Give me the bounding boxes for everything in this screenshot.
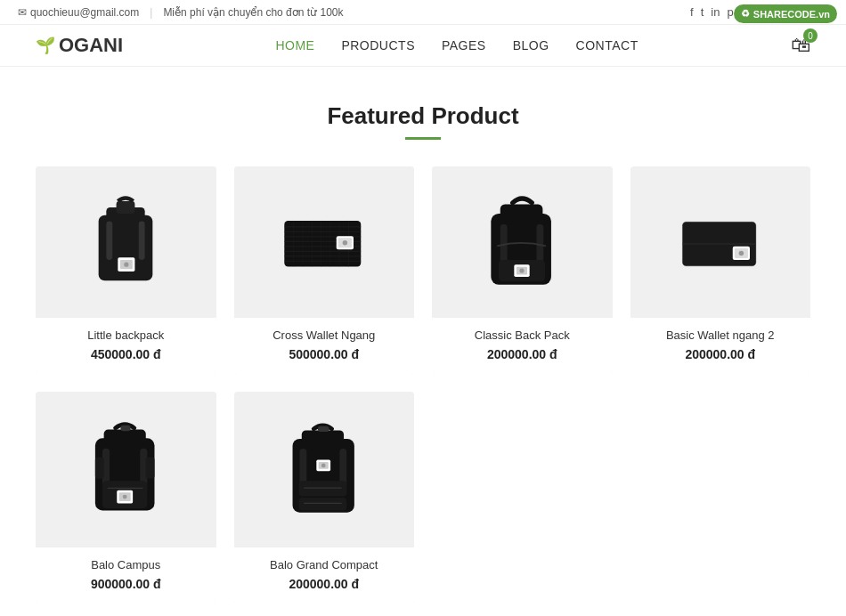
sharecode-logo: ♻ SHARECODE.vn: [734, 4, 837, 23]
svg-point-51: [123, 494, 127, 498]
product-name-1: Cross Wallet Ngang: [243, 328, 406, 342]
product-info-2: Classic Back Pack 200000.00 đ: [432, 318, 613, 374]
empty-slot-1: [432, 392, 613, 604]
copyright: Copyright © ShareCode.vn: [36, 604, 810, 616]
product-info-0: Little backpack 450000.00 đ: [36, 318, 216, 374]
product-image-1: [234, 166, 415, 318]
linkedin-icon[interactable]: in: [711, 5, 720, 19]
svg-rect-57: [298, 481, 346, 496]
social-links[interactable]: f t in p: [690, 5, 734, 19]
svg-rect-45: [95, 457, 104, 478]
topbar-left: ✉ quochieuu@gmail.com | Miễn phí vận chu…: [18, 6, 343, 19]
product-info-1: Cross Wallet Ngang 500000.00 đ: [234, 318, 415, 374]
cart-button[interactable]: 🛍 0: [791, 34, 810, 57]
svg-rect-42: [104, 429, 146, 443]
cart-badge: 0: [803, 28, 818, 43]
logo[interactable]: 🌱 OGANI: [36, 34, 123, 57]
product-image-4: [36, 392, 216, 547]
nav-contact[interactable]: CONTACT: [576, 38, 639, 53]
twitter-icon[interactable]: t: [701, 5, 704, 19]
product-price-1: 500000.00 đ: [243, 347, 406, 361]
product-price-0: 450000.00 đ: [45, 347, 207, 361]
svg-rect-28: [500, 205, 543, 222]
nav-blog[interactable]: BLOG: [513, 38, 549, 53]
balo-grand-svg: [275, 412, 373, 528]
product-name-0: Little backpack: [45, 328, 207, 342]
product-price-5: 200000.00 đ: [243, 577, 406, 591]
email-info: ✉ quochieuu@gmail.com: [18, 6, 139, 19]
main-content: Featured Product: [0, 67, 846, 616]
facebook-icon[interactable]: f: [690, 5, 694, 19]
header: 🌱 OGANI HOME PRODUCTS PAGES BLOG CONTACT…: [0, 25, 846, 67]
product-grid-row2: Balo Campus 900000.00 đ: [36, 392, 810, 604]
nav-pages[interactable]: PAGES: [442, 38, 486, 53]
sharecode-icon: ♻: [741, 8, 750, 20]
product-image-0: [36, 166, 216, 318]
svg-point-63: [321, 463, 326, 467]
product-info-5: Balo Grand Compact 200000.00 đ: [234, 547, 415, 604]
title-underline: [405, 137, 441, 140]
product-name-3: Basic Wallet ngang 2: [639, 328, 802, 342]
balo-campus-svg: [77, 412, 175, 528]
svg-point-40: [738, 251, 744, 256]
wallet2-svg: [671, 184, 769, 300]
product-info-4: Balo Campus 900000.00 đ: [36, 547, 216, 604]
svg-rect-54: [302, 430, 344, 444]
product-image-3: [630, 166, 811, 318]
pinterest-icon[interactable]: p: [727, 5, 733, 19]
product-card-0[interactable]: Little backpack 450000.00 đ: [36, 166, 216, 374]
svg-point-26: [342, 240, 347, 246]
nav-home[interactable]: HOME: [275, 38, 314, 53]
email-icon: ✉: [18, 6, 27, 19]
logo-text: OGANI: [59, 34, 123, 57]
nav-products[interactable]: PRODUCTS: [341, 38, 415, 53]
svg-rect-2: [117, 201, 135, 214]
product-card-5[interactable]: Balo Grand Compact 200000.00 đ: [234, 392, 415, 604]
wallet-svg: [275, 184, 373, 300]
product-info-3: Basic Wallet ngang 2 200000.00 đ: [630, 318, 811, 374]
backpack-small-svg: [77, 184, 175, 300]
svg-point-7: [125, 263, 129, 267]
product-price-3: 200000.00 đ: [639, 347, 802, 361]
product-name-2: Classic Back Pack: [441, 328, 604, 342]
sharecode-text: SHARECODE.vn: [753, 9, 830, 20]
divider: |: [150, 6, 152, 19]
svg-rect-58: [298, 498, 346, 510]
product-grid-row1: Little backpack 450000.00 đ: [36, 166, 810, 374]
main-nav: HOME PRODUCTS PAGES BLOG CONTACT: [275, 38, 638, 53]
product-image-2: [432, 166, 613, 318]
svg-rect-52: [121, 425, 131, 431]
product-name-4: Balo Campus: [45, 558, 207, 571]
product-image-5: [234, 392, 415, 547]
topbar-email: quochieuu@gmail.com: [30, 6, 139, 19]
svg-rect-3: [107, 222, 113, 260]
svg-rect-4: [139, 222, 145, 260]
product-card-2[interactable]: Classic Back Pack 200000.00 đ: [432, 166, 613, 374]
backpack-classic-svg: [473, 184, 571, 300]
empty-slot-2: [630, 392, 811, 604]
svg-point-34: [520, 268, 525, 272]
section-title: Featured Product: [36, 102, 810, 130]
topbar: ✉ quochieuu@gmail.com | Miễn phí vận chu…: [0, 0, 846, 25]
product-card-1[interactable]: Cross Wallet Ngang 500000.00 đ: [234, 166, 415, 374]
logo-leaf-icon: 🌱: [36, 36, 55, 55]
product-price-2: 200000.00 đ: [441, 347, 604, 361]
svg-rect-64: [318, 426, 329, 431]
shipping-info: Miễn phí vận chuyển cho đơn từ 100k: [163, 6, 343, 19]
svg-rect-46: [146, 457, 155, 478]
product-card-3[interactable]: Basic Wallet ngang 2 200000.00 đ: [630, 166, 811, 374]
product-card-4[interactable]: Balo Campus 900000.00 đ: [36, 392, 216, 604]
product-price-4: 900000.00 đ: [45, 577, 207, 591]
header-icons: 🛍 0: [791, 34, 810, 57]
product-name-5: Balo Grand Compact: [243, 558, 406, 571]
